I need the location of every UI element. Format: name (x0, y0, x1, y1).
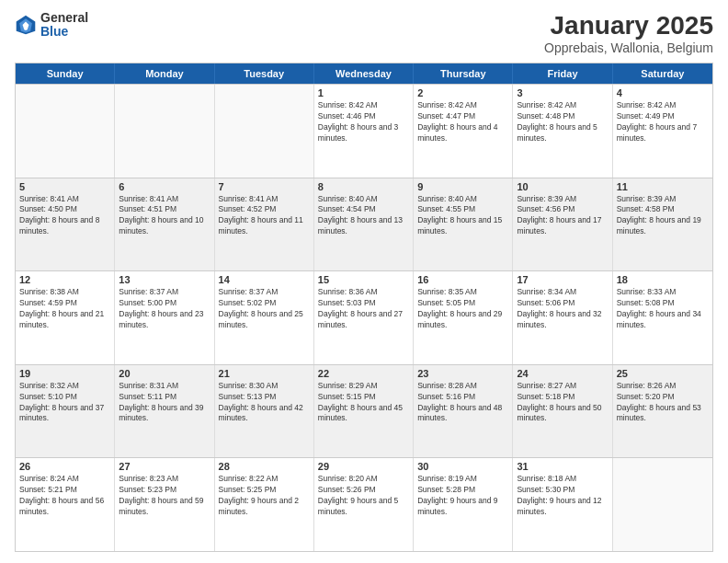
day-number-13: 13 (119, 274, 210, 285)
cal-cell-1-0: 5Sunrise: 8:41 AM Sunset: 4:50 PM Daylig… (16, 178, 115, 271)
cal-cell-0-1 (115, 85, 214, 178)
cell-info-30: Sunrise: 8:19 AM Sunset: 5:28 PM Dayligh… (417, 474, 508, 518)
cell-info-23: Sunrise: 8:28 AM Sunset: 5:16 PM Dayligh… (417, 381, 508, 425)
day-number-6: 6 (119, 181, 210, 192)
cell-info-20: Sunrise: 8:31 AM Sunset: 5:11 PM Dayligh… (119, 381, 210, 425)
day-number-17: 17 (517, 274, 608, 285)
day-number-22: 22 (318, 368, 409, 379)
cell-info-1: Sunrise: 8:42 AM Sunset: 4:46 PM Dayligh… (318, 100, 409, 144)
cell-info-7: Sunrise: 8:41 AM Sunset: 4:52 PM Dayligh… (219, 194, 310, 238)
cal-cell-2-6: 18Sunrise: 8:33 AM Sunset: 5:08 PM Dayli… (613, 271, 712, 364)
week-row-4: 26Sunrise: 8:24 AM Sunset: 5:21 PM Dayli… (16, 457, 712, 551)
day-number-8: 8 (318, 181, 409, 192)
cell-info-31: Sunrise: 8:18 AM Sunset: 5:30 PM Dayligh… (517, 474, 608, 518)
day-number-16: 16 (417, 274, 508, 285)
day-number-20: 20 (119, 368, 210, 379)
cal-cell-2-5: 17Sunrise: 8:34 AM Sunset: 5:06 PM Dayli… (513, 271, 612, 364)
cell-info-11: Sunrise: 8:39 AM Sunset: 4:58 PM Dayligh… (617, 194, 709, 238)
cell-info-21: Sunrise: 8:30 AM Sunset: 5:13 PM Dayligh… (219, 381, 310, 425)
day-number-23: 23 (417, 368, 508, 379)
header-thursday: Thursday (414, 63, 513, 84)
cell-info-26: Sunrise: 8:24 AM Sunset: 5:21 PM Dayligh… (19, 474, 110, 518)
cal-cell-4-6 (613, 458, 712, 551)
logo-icon (15, 14, 37, 36)
day-number-27: 27 (119, 461, 210, 472)
cal-cell-1-2: 7Sunrise: 8:41 AM Sunset: 4:52 PM Daylig… (215, 178, 314, 271)
cal-cell-1-4: 9Sunrise: 8:40 AM Sunset: 4:55 PM Daylig… (414, 178, 513, 271)
cal-cell-4-2: 28Sunrise: 8:22 AM Sunset: 5:25 PM Dayli… (215, 458, 314, 551)
cal-cell-2-3: 15Sunrise: 8:36 AM Sunset: 5:03 PM Dayli… (314, 271, 414, 364)
day-number-12: 12 (19, 274, 110, 285)
day-number-11: 11 (617, 181, 709, 192)
day-number-7: 7 (219, 181, 310, 192)
day-number-3: 3 (517, 87, 608, 98)
day-number-30: 30 (417, 461, 508, 472)
title-block: January 2025 Opprebais, Wallonia, Belgiu… (544, 11, 713, 55)
cell-info-8: Sunrise: 8:40 AM Sunset: 4:54 PM Dayligh… (318, 194, 409, 238)
day-number-18: 18 (617, 274, 709, 285)
day-number-25: 25 (617, 368, 709, 379)
cell-info-13: Sunrise: 8:37 AM Sunset: 5:00 PM Dayligh… (119, 287, 210, 331)
day-number-10: 10 (517, 181, 608, 192)
logo: General Blue (15, 11, 88, 40)
cal-cell-3-1: 20Sunrise: 8:31 AM Sunset: 5:11 PM Dayli… (115, 365, 214, 458)
cell-info-25: Sunrise: 8:26 AM Sunset: 5:20 PM Dayligh… (617, 381, 709, 425)
cell-info-5: Sunrise: 8:41 AM Sunset: 4:50 PM Dayligh… (19, 194, 110, 238)
cal-cell-2-4: 16Sunrise: 8:35 AM Sunset: 5:05 PM Dayli… (414, 271, 513, 364)
cal-cell-0-4: 2Sunrise: 8:42 AM Sunset: 4:47 PM Daylig… (414, 85, 513, 178)
cal-cell-1-1: 6Sunrise: 8:41 AM Sunset: 4:51 PM Daylig… (115, 178, 214, 271)
cal-cell-2-0: 12Sunrise: 8:38 AM Sunset: 4:59 PM Dayli… (16, 271, 115, 364)
day-number-5: 5 (19, 181, 110, 192)
cell-info-15: Sunrise: 8:36 AM Sunset: 5:03 PM Dayligh… (318, 287, 409, 331)
header-sunday: Sunday (16, 63, 115, 84)
cal-cell-1-3: 8Sunrise: 8:40 AM Sunset: 4:54 PM Daylig… (314, 178, 414, 271)
page: General Blue January 2025 Opprebais, Wal… (0, 0, 728, 563)
week-row-0: 1Sunrise: 8:42 AM Sunset: 4:46 PM Daylig… (16, 84, 712, 178)
cal-cell-2-1: 13Sunrise: 8:37 AM Sunset: 5:00 PM Dayli… (115, 271, 214, 364)
cell-info-9: Sunrise: 8:40 AM Sunset: 4:55 PM Dayligh… (417, 194, 508, 238)
cell-info-3: Sunrise: 8:42 AM Sunset: 4:48 PM Dayligh… (517, 100, 608, 144)
calendar-title: January 2025 (544, 11, 713, 40)
header-wednesday: Wednesday (314, 63, 414, 84)
day-number-2: 2 (417, 87, 508, 98)
calendar-header: Sunday Monday Tuesday Wednesday Thursday… (16, 63, 712, 84)
cell-info-19: Sunrise: 8:32 AM Sunset: 5:10 PM Dayligh… (19, 381, 110, 425)
week-row-1: 5Sunrise: 8:41 AM Sunset: 4:50 PM Daylig… (16, 178, 712, 271)
week-row-2: 12Sunrise: 8:38 AM Sunset: 4:59 PM Dayli… (16, 270, 712, 364)
cal-cell-0-3: 1Sunrise: 8:42 AM Sunset: 4:46 PM Daylig… (314, 85, 414, 178)
day-number-19: 19 (19, 368, 110, 379)
day-number-4: 4 (617, 87, 709, 98)
cal-cell-0-5: 3Sunrise: 8:42 AM Sunset: 4:48 PM Daylig… (513, 85, 612, 178)
cal-cell-1-6: 11Sunrise: 8:39 AM Sunset: 4:58 PM Dayli… (613, 178, 712, 271)
header-tuesday: Tuesday (215, 63, 314, 84)
header-friday: Friday (513, 63, 612, 84)
cell-info-17: Sunrise: 8:34 AM Sunset: 5:06 PM Dayligh… (517, 287, 608, 331)
cell-info-14: Sunrise: 8:37 AM Sunset: 5:02 PM Dayligh… (219, 287, 310, 331)
cal-cell-0-2 (215, 85, 314, 178)
logo-general-text: General (40, 11, 88, 25)
cell-info-28: Sunrise: 8:22 AM Sunset: 5:25 PM Dayligh… (219, 474, 310, 518)
logo-blue-text: Blue (40, 25, 88, 39)
cell-info-6: Sunrise: 8:41 AM Sunset: 4:51 PM Dayligh… (119, 194, 210, 238)
cal-cell-4-4: 30Sunrise: 8:19 AM Sunset: 5:28 PM Dayli… (414, 458, 513, 551)
calendar: Sunday Monday Tuesday Wednesday Thursday… (15, 63, 713, 552)
week-row-3: 19Sunrise: 8:32 AM Sunset: 5:10 PM Dayli… (16, 364, 712, 458)
header-saturday: Saturday (613, 63, 712, 84)
day-number-31: 31 (517, 461, 608, 472)
day-number-15: 15 (318, 274, 409, 285)
day-number-24: 24 (517, 368, 608, 379)
cal-cell-3-4: 23Sunrise: 8:28 AM Sunset: 5:16 PM Dayli… (414, 365, 513, 458)
logo-text: General Blue (40, 11, 88, 40)
cal-cell-0-6: 4Sunrise: 8:42 AM Sunset: 4:49 PM Daylig… (613, 85, 712, 178)
cell-info-18: Sunrise: 8:33 AM Sunset: 5:08 PM Dayligh… (617, 287, 709, 331)
cell-info-16: Sunrise: 8:35 AM Sunset: 5:05 PM Dayligh… (417, 287, 508, 331)
cal-cell-4-5: 31Sunrise: 8:18 AM Sunset: 5:30 PM Dayli… (513, 458, 612, 551)
day-number-9: 9 (417, 181, 508, 192)
cal-cell-1-5: 10Sunrise: 8:39 AM Sunset: 4:56 PM Dayli… (513, 178, 612, 271)
cal-cell-3-0: 19Sunrise: 8:32 AM Sunset: 5:10 PM Dayli… (16, 365, 115, 458)
day-number-28: 28 (219, 461, 310, 472)
calendar-body: 1Sunrise: 8:42 AM Sunset: 4:46 PM Daylig… (16, 84, 712, 551)
cal-cell-4-0: 26Sunrise: 8:24 AM Sunset: 5:21 PM Dayli… (16, 458, 115, 551)
cal-cell-3-3: 22Sunrise: 8:29 AM Sunset: 5:15 PM Dayli… (314, 365, 414, 458)
cell-info-22: Sunrise: 8:29 AM Sunset: 5:15 PM Dayligh… (318, 381, 409, 425)
